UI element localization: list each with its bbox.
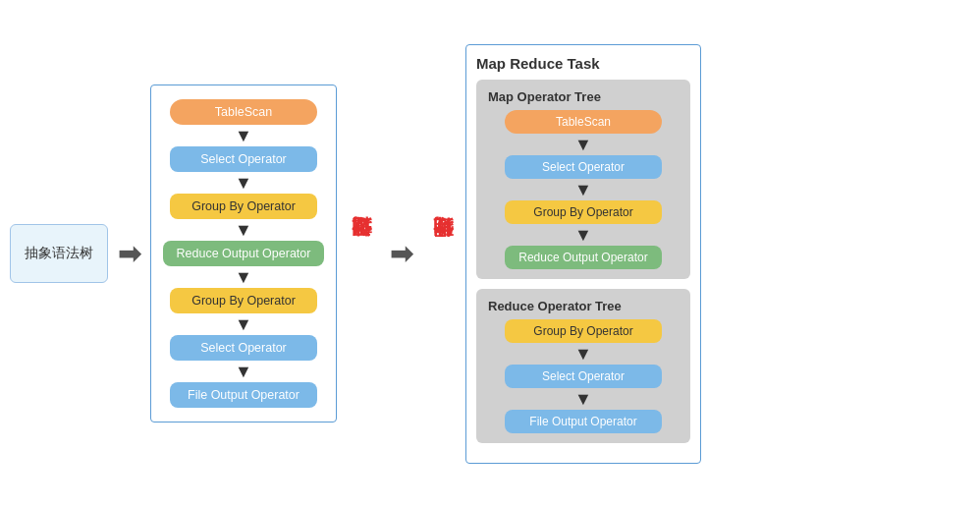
map-tree-nodes: TableScan ▼ Select Operator ▼ Group By O… [488, 110, 679, 269]
reduce-select: Select Operator [505, 365, 662, 388]
arrow-node-1: ▼ [235, 127, 252, 144]
arrow-node-2: ▼ [235, 174, 252, 192]
reduce-arrow-2: ▼ [574, 390, 592, 408]
arrow-node-5: ▼ [235, 315, 252, 333]
logic-groupby1: Group By Operator [170, 194, 317, 219]
physical-plan-outer: Map Reduce Task Map Operator Tree TableS… [465, 44, 701, 464]
logic-groupby2: Group By Operator [170, 288, 317, 313]
arrow-1: ➡ [118, 238, 140, 270]
logic-tablescan: TableScan [170, 99, 317, 125]
map-tablescan: TableScan [505, 110, 662, 134]
map-arrow-2: ▼ [574, 181, 592, 198]
logic-fileout: File Output Operator [170, 382, 317, 408]
logic-reduce: Reduce Output Operator [163, 241, 325, 266]
reduce-groupby: Group By Operator [505, 319, 662, 343]
reduce-fileout: File Output Operator [505, 410, 662, 433]
ast-box: 抽象语法树 [10, 224, 108, 283]
logic-select1: Select Operator [170, 146, 317, 172]
arrow-node-3: ▼ [235, 221, 252, 239]
reduce-operator-tree-box: Reduce Operator Tree Group By Operator ▼… [476, 289, 690, 443]
map-tree-title: Map Operator Tree [488, 89, 679, 104]
map-select: Select Operator [505, 155, 662, 179]
map-reduce: Reduce Output Operator [505, 246, 662, 269]
map-operator-tree-box: Map Operator Tree TableScan ▼ Select Ope… [476, 80, 690, 279]
logic-select2: Select Operator [170, 335, 317, 361]
reduce-tree-nodes: Group By Operator ▼ Select Operator ▼ Fi… [488, 319, 679, 433]
ast-label: 抽象语法树 [25, 245, 93, 262]
arrow-2: ➡ [390, 238, 412, 270]
arrow-node-4: ▼ [235, 268, 252, 286]
logic-plan-box: TableScan ▼ Select Operator ▼ Group By O… [150, 84, 337, 422]
physical-plan-title: Map Reduce Task [476, 55, 690, 72]
reduce-tree-title: Reduce Operator Tree [488, 299, 679, 313]
map-arrow-3: ▼ [574, 226, 592, 244]
map-groupby: Group By Operator [505, 200, 662, 224]
reduce-arrow-1: ▼ [574, 345, 592, 363]
arrow-node-6: ▼ [235, 363, 252, 380]
main-container: 抽象语法树 ➡ TableScan ▼ Select Operator ▼ Gr… [0, 0, 980, 507]
map-arrow-1: ▼ [574, 136, 592, 153]
